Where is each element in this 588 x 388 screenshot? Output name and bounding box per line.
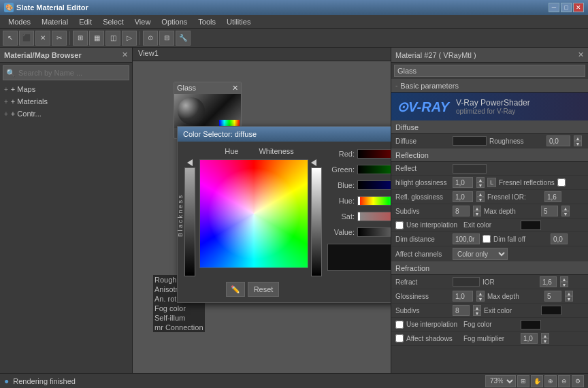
zoom-select[interactable]: 73% 50% 100%: [485, 375, 516, 387]
hilight-spin-up[interactable]: ▲: [476, 177, 485, 182]
max-depth-input[interactable]: 5: [541, 206, 558, 216]
zoom-in-button[interactable]: ⊕: [544, 375, 557, 387]
l-button[interactable]: L: [487, 178, 496, 187]
subdivs-spin-down[interactable]: ▼: [473, 211, 481, 216]
toolbar-btn-6[interactable]: ▦: [89, 31, 104, 46]
refract-use-interp-checkbox[interactable]: [395, 321, 404, 329]
toolbar-btn-11[interactable]: 🔧: [176, 31, 191, 46]
refract-max-depth-spin-down[interactable]: ▼: [565, 296, 573, 302]
max-depth-spin-down[interactable]: ▼: [561, 211, 570, 216]
toolbar-btn-7[interactable]: ◫: [105, 31, 120, 46]
refract-gloss-spin-up[interactable]: ▲: [476, 291, 485, 296]
fresnel-ior-input[interactable]: 1,6: [544, 191, 561, 202]
green-slider[interactable]: [357, 165, 391, 174]
refract-subdivs-spin-up[interactable]: ▲: [473, 305, 481, 310]
refl-spin-down[interactable]: ▼: [476, 197, 485, 202]
roughness-input[interactable]: 0,0: [546, 135, 570, 146]
hue-slider[interactable]: [357, 196, 391, 206]
tree-item-maps[interactable]: + + Maps: [0, 83, 132, 95]
close-button[interactable]: ✕: [573, 3, 584, 12]
menu-options[interactable]: Options: [156, 17, 193, 27]
dropper-button[interactable]: ✏️: [226, 282, 245, 297]
affect-channels-select[interactable]: Color only All channels Color+alpha: [453, 248, 508, 260]
section-collapse-icon[interactable]: -: [395, 82, 397, 89]
menu-view[interactable]: View: [129, 17, 157, 27]
whiteness-tab[interactable]: Whiteness: [259, 147, 293, 155]
options-button[interactable]: ⚙: [572, 375, 584, 387]
search-box[interactable]: 🔍: [3, 65, 129, 80]
fog-mult-input[interactable]: 1,0: [521, 333, 538, 344]
color-preview-box: [327, 244, 391, 271]
hilight-input[interactable]: 1,0: [453, 177, 473, 188]
ior-spin-up[interactable]: ▲: [560, 276, 568, 282]
reset-button[interactable]: Reset: [248, 282, 280, 297]
roughness-spin-down[interactable]: ▼: [574, 141, 582, 146]
use-interp-checkbox[interactable]: [395, 221, 404, 229]
toolbar-btn-4[interactable]: ✂: [52, 31, 67, 46]
reflect-color-swatch[interactable]: [453, 164, 487, 174]
refract-max-depth-input[interactable]: 5: [544, 291, 561, 302]
tree-item-materials[interactable]: + + Materials: [0, 95, 132, 108]
blackness-bar[interactable]: B l a c k n e s s: [184, 167, 195, 276]
refl-gloss-input[interactable]: 1,0: [453, 191, 473, 202]
affect-shadows-checkbox[interactable]: [395, 334, 404, 342]
toolbar-btn-5[interactable]: ⊞: [73, 31, 88, 46]
toolbar-btn-1[interactable]: ↖: [3, 31, 18, 46]
fog-mult-spin-up[interactable]: ▲: [541, 333, 549, 338]
refract-max-depth-spin-up[interactable]: ▲: [565, 291, 573, 296]
spectrum-bar[interactable]: [311, 167, 322, 276]
toolbar-btn-2[interactable]: ⬛: [19, 31, 34, 46]
refract-gloss-input[interactable]: 1,0: [453, 291, 473, 302]
menu-edit[interactable]: Edit: [74, 17, 97, 27]
fresnel-checkbox[interactable]: [557, 178, 566, 187]
fog-color-swatch[interactable]: [521, 320, 541, 329]
fog-mult-spin-down[interactable]: ▼: [541, 338, 549, 344]
color-wheel[interactable]: [199, 159, 308, 268]
max-depth-spin-up[interactable]: ▲: [561, 206, 570, 211]
menu-material[interactable]: Material: [36, 17, 74, 27]
toolbar-btn-9[interactable]: ⊙: [143, 31, 158, 46]
minimize-button[interactable]: ─: [549, 3, 559, 12]
zoom-out-button[interactable]: ⊖: [558, 375, 570, 387]
sat-label: Sat:: [327, 212, 355, 221]
dim-fall-input[interactable]: 0,0: [551, 233, 568, 244]
pan-button[interactable]: ✋: [531, 375, 543, 387]
refract-subdivs-input[interactable]: 8: [453, 305, 470, 316]
menu-select[interactable]: Select: [97, 17, 129, 27]
panel-close-icon[interactable]: ✕: [122, 50, 128, 59]
diffuse-color-swatch[interactable]: [453, 136, 487, 146]
refract-exit-color-swatch[interactable]: [541, 306, 561, 315]
ior-input[interactable]: 1,6: [540, 276, 557, 287]
refract-gloss-spin-down[interactable]: ▼: [476, 296, 485, 302]
dim-dist-input[interactable]: 100,0r: [453, 233, 480, 244]
toolbar-btn-3[interactable]: ✕: [35, 31, 50, 46]
panel-close-icon-right[interactable]: ✕: [578, 50, 584, 59]
maximize-button[interactable]: □: [561, 3, 572, 12]
subdivs-input[interactable]: 8: [453, 206, 470, 216]
hue-tab[interactable]: Hue: [225, 147, 238, 155]
ior-spin-down[interactable]: ▼: [560, 282, 568, 287]
exit-color-swatch[interactable]: [521, 221, 541, 230]
refract-subdivs-spin-down[interactable]: ▼: [473, 310, 481, 316]
subdivs-spin-up[interactable]: ▲: [473, 206, 481, 211]
menu-utilities[interactable]: Utilities: [221, 17, 256, 27]
zoom-fit-button[interactable]: ⊞: [517, 375, 529, 387]
dim-dist-checkbox[interactable]: [483, 235, 491, 243]
menu-tools[interactable]: Tools: [193, 17, 221, 27]
sat-slider[interactable]: [357, 212, 391, 221]
refl-spin-up[interactable]: ▲: [476, 191, 485, 197]
search-input[interactable]: [18, 69, 126, 77]
roughness-spin-up[interactable]: ▲: [574, 135, 582, 141]
value-slider[interactable]: [357, 227, 391, 237]
toolbar-btn-10[interactable]: ⊟: [159, 31, 174, 46]
plus-icon-2: +: [4, 98, 8, 106]
tree-item-controllers[interactable]: + + Contr...: [0, 108, 132, 120]
blue-slider[interactable]: [357, 180, 391, 190]
hilight-spin-down[interactable]: ▼: [476, 182, 485, 188]
menu-modes[interactable]: Modes: [3, 17, 36, 27]
toolbar-btn-8[interactable]: ▷: [122, 31, 137, 46]
refract-color-swatch[interactable]: [453, 277, 480, 287]
affect-shadows-label: Affect shadows: [406, 335, 461, 342]
material-name-input[interactable]: [394, 65, 585, 77]
red-slider[interactable]: [357, 149, 391, 159]
